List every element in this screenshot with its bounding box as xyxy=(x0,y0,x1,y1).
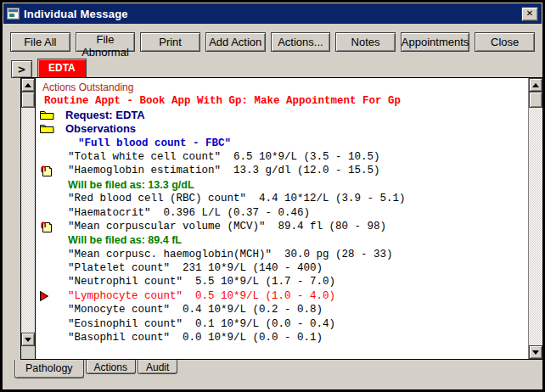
report-line-2[interactable]: Routine Appt - Book App With Gp: Make Ap… xyxy=(36,94,528,108)
toolbar-button-close[interactable]: Close xyxy=(475,32,535,52)
message-content-box: Actions OutstandingRoutine Appt - Book A… xyxy=(20,77,543,360)
report-line-text: Request: EDTA xyxy=(65,109,145,121)
report-line-text: Routine Appt - Book App With Gp: Make Ap… xyxy=(44,95,401,107)
report-line-14[interactable]: "Platelet count" 231 10*9/L (140 - 400) xyxy=(36,261,528,275)
tab-edta[interactable]: EDTA xyxy=(37,59,87,78)
tab-pathology[interactable]: Pathology xyxy=(14,360,84,378)
window-icon xyxy=(7,8,20,20)
report-area: Actions OutstandingRoutine Appt - Book A… xyxy=(36,78,528,359)
report-line-9[interactable]: "Red blood cell (RBC) count" 4.4 10*12/L… xyxy=(36,192,528,205)
report-line-text: "Neutrophil count" 5.5 10*9/L (1.7 - 7.0… xyxy=(68,276,335,288)
report-line-1[interactable]: Actions Outstanding xyxy=(36,81,528,94)
report-line-13[interactable]: "Mean corpusc. haemoglobin(MCH)" 30.0 pg… xyxy=(36,248,528,261)
scrollbar-thumb-right[interactable] xyxy=(529,92,542,108)
report-line-text: "Total white cell count" 6.5 10*9/L (3.5… xyxy=(68,151,380,163)
report-line-19[interactable]: "Basophil count" 0.0 10*9/L (0.0 - 0.1) xyxy=(36,331,528,344)
tab-actions[interactable]: Actions xyxy=(86,360,136,374)
report-line-12[interactable]: Will be filed as: 89.4 fL xyxy=(36,233,528,247)
toolbar-button-file-all[interactable]: File All xyxy=(10,32,70,52)
scroll-up-button-left[interactable] xyxy=(21,78,35,92)
report-line-text: "Lymphocyte count" 0.5 10*9/L (1.0 - 4.0… xyxy=(68,290,335,302)
toolbar-button-appointments[interactable]: Appointments xyxy=(401,32,470,52)
report-line-text: "Haemoglobin estimation" 13.3 g/dl (12.0… xyxy=(68,165,380,176)
scrollbar-track-right[interactable] xyxy=(529,108,542,345)
report-line-8[interactable]: Will be filed as: 13.3 g/dL xyxy=(36,178,528,192)
toolbar: File AllFile AbnormalPrintAdd ActionActi… xyxy=(10,32,535,52)
report-line-4[interactable]: Observations xyxy=(36,122,528,136)
report-line-7[interactable]: "Haemoglobin estimation" 13.3 g/dl (12.0… xyxy=(36,164,528,177)
report-line-text: "Mean corpuscular volume (MCV)" 89.4 fl … xyxy=(68,221,386,232)
report-line-text: "Red blood cell (RBC) count" 4.4 10*12/L… xyxy=(68,193,406,204)
message-tab-bar: > EDTA xyxy=(11,59,87,78)
close-button[interactable]: ✕ xyxy=(521,7,538,21)
toolbar-button-add-action[interactable]: Add Action xyxy=(205,32,266,52)
report-line-text: Actions Outstanding xyxy=(42,81,133,93)
toolbar-button-file-abnormal[interactable]: File Abnormal xyxy=(76,32,136,52)
scroll-down-button-left[interactable] xyxy=(21,333,35,346)
arrow-up-icon xyxy=(532,80,539,87)
report-line-text: "Eosinophil count" 0.1 10*9/L (0.0 - 0.4… xyxy=(68,318,335,330)
report-line-5[interactable]: "Full blood count - FBC" xyxy=(36,137,528,150)
report-line-11[interactable]: "Mean corpuscular volume (MCV)" 89.4 fl … xyxy=(36,220,528,233)
bottom-tab-bar: PathologyActionsAudit xyxy=(14,360,179,378)
report-line-text: "Monocyte count" 0.4 10*9/L (0.2 - 0.8) xyxy=(68,304,323,316)
scrollbar-thumb-left[interactable] xyxy=(21,92,35,108)
report-line-text: Will be filed as: 13.3 g/dL xyxy=(68,179,194,191)
report-line-6[interactable]: "Total white cell count" 6.5 10*9/L (3.5… xyxy=(36,150,528,164)
scrollbar-filler-left xyxy=(21,346,35,359)
arrow-down-icon xyxy=(532,350,539,358)
report-line-10[interactable]: "Haematocrit" 0.396 L/L (0.37 - 0.46) xyxy=(36,206,528,220)
arrow-down-icon xyxy=(25,338,31,345)
arrow-up-icon xyxy=(25,80,31,87)
report-line-15[interactable]: "Neutrophil count" 5.5 10*9/L (1.7 - 7.0… xyxy=(36,275,528,288)
report-line-16[interactable]: "Lymphocyte count" 0.5 10*9/L (1.0 - 4.0… xyxy=(36,289,528,303)
scrollbar-track-left[interactable] xyxy=(21,108,35,333)
right-scrollbar[interactable] xyxy=(528,78,542,359)
report-line-18[interactable]: "Eosinophil count" 0.1 10*9/L (0.0 - 0.4… xyxy=(36,317,528,331)
window-title: Individual Message xyxy=(24,8,521,20)
report-line-text: Observations xyxy=(65,122,136,135)
individual-message-window: Individual Message ✕ File AllFile Abnorm… xyxy=(0,0,545,392)
scroll-up-button-right[interactable] xyxy=(529,78,542,92)
toolbar-button-actions[interactable]: Actions... xyxy=(271,32,331,52)
report-line-3[interactable]: Request: EDTA xyxy=(36,109,528,122)
left-scrollbar[interactable] xyxy=(21,78,36,359)
report-line-text: "Full blood count - FBC" xyxy=(78,137,231,149)
report-line-text: "Haematocrit" 0.396 L/L (0.37 - 0.46) xyxy=(68,207,310,219)
scroll-down-button-right[interactable] xyxy=(529,345,542,359)
report-line-text: "Basophil count" 0.0 10*9/L (0.0 - 0.1) xyxy=(68,332,323,344)
tab-audit[interactable]: Audit xyxy=(138,360,177,374)
titlebar[interactable]: Individual Message ✕ xyxy=(3,3,542,24)
close-icon: ✕ xyxy=(526,8,533,18)
tab-scroll-button[interactable]: > xyxy=(11,60,32,78)
report-line-text: "Platelet count" 231 10*9/L (140 - 400) xyxy=(68,262,323,274)
toolbar-button-notes[interactable]: Notes xyxy=(335,32,396,52)
report-line-17[interactable]: "Monocyte count" 0.4 10*9/L (0.2 - 0.8) xyxy=(36,303,528,316)
report-line-text: Will be filed as: 89.4 fL xyxy=(68,234,182,246)
report-line-text: "Mean corpusc. haemoglobin(MCH)" 30.0 pg… xyxy=(68,249,393,260)
toolbar-button-print[interactable]: Print xyxy=(140,32,200,52)
